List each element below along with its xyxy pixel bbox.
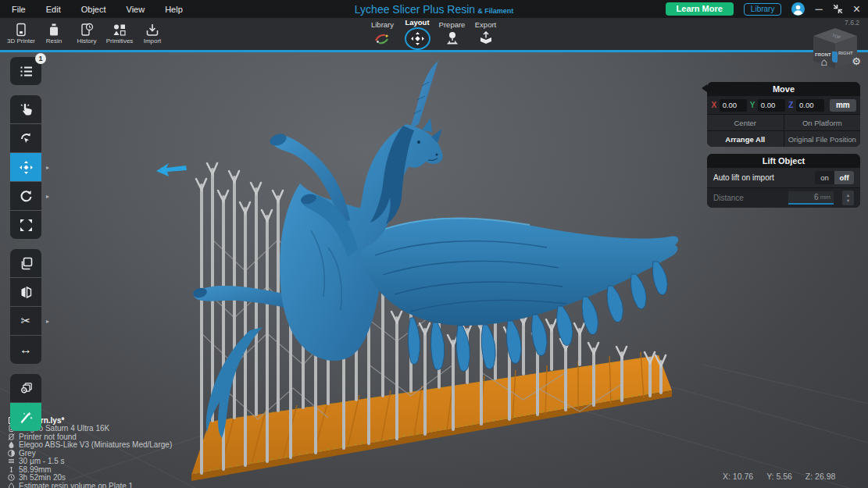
coord-x: X: 10.76 [723,472,753,481]
move-panel-header[interactable]: Move [707,82,860,95]
menu-file[interactable]: File [12,5,26,14]
toolbar-3d-printer[interactable]: 3D Printer [5,20,38,45]
move-y-input[interactable]: 0.00 [758,99,786,112]
history-icon [80,23,94,37]
menu-bar: File Edit Object View Help [0,5,183,14]
orientation-arrow [156,163,187,176]
cursor-coordinates: X: 10.76 Y: 5.56 Z: 26.98 [723,472,835,481]
axis-z-label: Z [788,101,794,109]
scissors-icon: ✂ [21,314,31,328]
cut-options-chevron[interactable]: ▸ [46,318,49,325]
magic-tool-button[interactable] [10,403,41,431]
original-file-position-button[interactable]: Original File Position [784,131,861,147]
maximize-button[interactable] [833,4,843,14]
stepper-down-icon[interactable]: ▼ [846,198,850,204]
distance-input[interactable]: 6 mm [788,191,834,205]
primitives-icon [113,23,127,37]
move-options-chevron[interactable]: ▸ [46,164,49,171]
lift-panel-header[interactable]: Lift Object [707,154,860,167]
batch-settings-button[interactable] [10,374,41,402]
batch-gear-icon [20,382,33,395]
menu-edit[interactable]: Edit [46,5,61,14]
tool-sidebar: 1 ▸ ▸ [10,57,57,441]
move-z-input[interactable]: 0.00 [796,99,824,112]
learn-more-button[interactable]: Learn More [666,2,734,16]
title-bar: File Edit Object View Help Lychee Slicer… [0,0,868,18]
select-tool-button[interactable] [10,95,41,123]
scene-list-button[interactable]: 1 [10,57,41,85]
duplicate-icon [20,257,33,270]
rotate-tool-button[interactable]: ▸ [10,182,41,210]
ear [422,118,432,132]
auto-lift-on-button[interactable]: on [815,171,834,184]
tab-prepare[interactable]: Prepare [435,18,469,50]
cursor-rotate-icon [20,132,33,145]
toolbar-resin[interactable]: Resin [38,20,70,45]
title-suffix: & Filament [477,7,513,15]
library-palette-icon [374,31,391,45]
scale-tool-button[interactable] [10,211,41,239]
close-button[interactable]: × [853,4,860,14]
build-raft [191,352,672,481]
tab-export[interactable]: Export [469,18,502,50]
color-icon [8,450,15,457]
toolbar-history[interactable]: History [70,20,103,45]
arrange-all-button[interactable]: Arrange All [707,131,784,147]
mirror-tool-button[interactable] [10,278,41,306]
menu-object[interactable]: Object [81,5,106,14]
cube-face-right: RIGHT [838,51,853,55]
tab-layout[interactable]: Layout [399,18,435,50]
minimize-button[interactable]: ─ [815,4,822,14]
status-resin: Elegoo ABS-Like V3 (Miniatures Med/Large… [8,441,172,449]
rotate-icon [20,190,33,203]
viewport-3d[interactable]: 1 ▸ ▸ [0,52,868,488]
distance-stepper[interactable]: ▲ ▼ [842,191,854,205]
unit-toggle-button[interactable]: mm [830,99,856,112]
toolbar-primitives[interactable]: Primitives [103,20,136,45]
export-icon [479,31,493,45]
tab-library[interactable]: Library [366,18,399,50]
printer-icon [14,23,28,37]
library-button[interactable]: Library [744,3,782,16]
coord-y: Y: 5.56 [766,472,792,481]
stepper-up-icon[interactable]: ▲ [846,193,850,198]
horn [409,61,438,130]
view-cube[interactable]: TOP FRONT RIGHT [813,28,857,69]
mode-tabs: Library Layout [366,18,502,50]
move-x-input[interactable]: 0.00 [720,99,748,112]
rotate-options-chevron[interactable]: ▸ [46,193,49,200]
layout-move-icon [411,32,424,45]
panel-collapse-handle[interactable] [702,84,707,92]
center-button[interactable]: Center [707,115,784,130]
duplicate-tool-button[interactable] [10,249,41,277]
axis-x-label: X [711,101,717,109]
transform-gizmo-button[interactable] [10,124,41,152]
status-layer-height: 30 µm - 1.5 s [8,458,172,465]
home-view-button[interactable]: ⌂ [821,55,827,68]
resin-icon [8,441,15,448]
menu-view[interactable]: View [127,5,145,14]
mirror-icon [20,286,33,299]
viewport-settings-button[interactable]: ⚙ [852,55,861,67]
move-tool-button[interactable]: ▸ [10,153,41,181]
volume-icon [8,483,15,488]
prepare-supports-icon [445,31,460,45]
scene-count-badge: 1 [35,53,46,64]
toolbar-import[interactable]: Import [136,20,169,45]
move-panel: Move X 0.00 Y 0.00 Z 0.00 mm Center On P… [707,82,860,147]
main-toolbar: 3D Printer Resin History Primitives Impo… [0,18,868,50]
user-avatar-icon[interactable] [791,2,805,16]
on-platform-button[interactable]: On Platform [784,115,861,130]
lift-object-panel: Lift Object Auto lift on import on off D… [707,154,860,208]
scale-icon [20,219,33,232]
layers-icon [8,458,15,465]
active-tab-ring [405,27,430,50]
cut-tool-button[interactable]: ✂ ▸ [10,307,41,335]
menu-help[interactable]: Help [165,5,183,14]
lychee-slicer-window: File Edit Object View Help Lychee Slicer… [0,0,868,488]
distance-label: Distance [713,194,788,202]
auto-lift-off-button[interactable]: off [834,171,854,184]
axis-y-label: Y [749,101,755,109]
flip-tool-button[interactable]: ↔ [10,336,41,364]
move-icon [20,161,33,174]
